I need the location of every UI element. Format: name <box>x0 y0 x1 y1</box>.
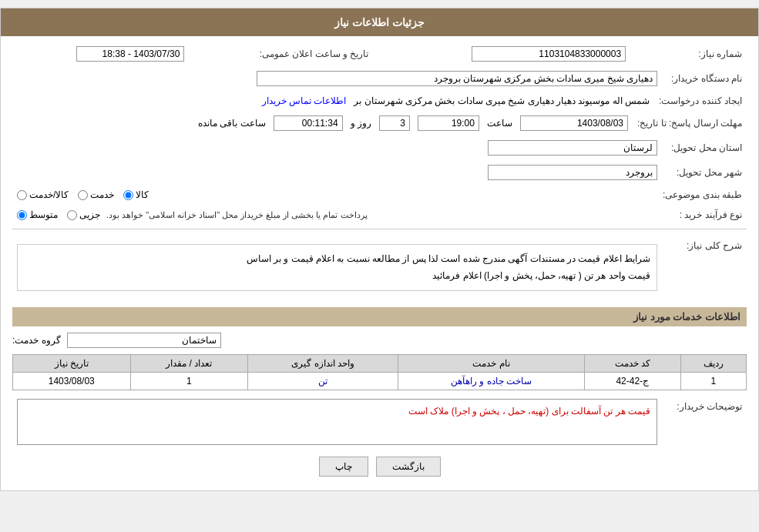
roz-o-label: روز و <box>351 118 371 129</box>
col-vahed: واحد اندازه گیری <box>247 355 398 373</box>
tabaqe-kala-radio[interactable] <box>123 190 133 200</box>
sharh-kolli-box: شرایط اعلام قیمت در مستندات آگهی مندرج ش… <box>17 244 657 291</box>
tawzih-value: قیمت هر تن آسفالت برای (تهیه، حمل ، پخش … <box>12 396 662 447</box>
col-radif: ردیف <box>680 355 746 373</box>
info-section-1: شماره نیاز: تاریخ و ساعت اعلان عمومی: <box>12 44 747 64</box>
tarikh-label: تاریخ و ساعت اعلان عمومی: <box>189 44 384 64</box>
tarikh-value <box>12 44 189 64</box>
mohlat-remaining-input[interactable] <box>274 115 343 131</box>
info-section-5: استان محل تحویل: <box>12 138 747 158</box>
tabaqe-kala-khidmat-label: کالا/خدمت <box>29 189 69 200</box>
khadamat-section-header: اطلاعات خدمات مورد نیاز <box>12 307 747 326</box>
ijad-konande-value: شمس اله موسیوند دهیار دهیاری شیخ میری سا… <box>12 93 654 109</box>
page-wrapper: جزئیات اطلاعات نیاز شماره نیاز: تاریخ و … <box>0 8 759 491</box>
col-nam: نام خدمت <box>398 355 584 373</box>
mohlat-label: مهلت ارسال پاسخ: تا تاریخ: <box>633 113 747 133</box>
tabaqe-khidmat-radio[interactable] <box>78 190 88 200</box>
cell-radif: 1 <box>680 373 746 390</box>
tabaqe-radio-group: کالا/خدمت خدمت کالا <box>17 189 653 200</box>
noe-motevaset-label: متوسط <box>29 209 58 220</box>
tabaqe-khidmat[interactable]: خدمت <box>78 189 114 200</box>
shahr-label: شهر محل تحویل: <box>662 162 747 182</box>
page-title: جزئیات اطلاعات نیاز <box>334 16 425 28</box>
gorohe-khadamat-label: گروه خدمت: <box>12 335 61 346</box>
gorohe-khadamat-input[interactable] <box>67 333 221 348</box>
noe-jozi[interactable]: جزیی <box>67 209 100 220</box>
tawzih-section: توضیحات خریدار: قیمت هر تن آسفالت برای (… <box>12 396 747 447</box>
content-area: شماره نیاز: تاریخ و ساعت اعلان عمومی: نا… <box>1 36 758 490</box>
ostan-label: استان محل تحویل: <box>662 138 747 158</box>
ostan-input[interactable] <box>488 140 657 156</box>
noe-farayand-options: متوسط جزیی پرداخت تمام یا بخشی از مبلغ خ… <box>12 207 662 223</box>
info-section-6: شهر محل تحویل: <box>12 162 747 182</box>
tawzih-box: قیمت هر تن آسفالت برای (تهیه، حمل ، پخش … <box>17 399 657 445</box>
divider-1 <box>12 229 747 229</box>
cell-kod: ج-42-42 <box>584 373 680 390</box>
mohlat-days-input[interactable] <box>379 115 410 131</box>
info-section-7: طبقه بندی موضوعی: کالا/خدمت خدمت کالا <box>12 187 747 202</box>
ostan-value <box>12 138 662 158</box>
page-header: جزئیات اطلاعات نیاز <box>1 8 758 36</box>
nam-dastgah-input[interactable] <box>257 71 657 86</box>
noe-motevaset-radio[interactable] <box>17 210 27 220</box>
col-tarikh: تاریخ نیاز <box>13 355 131 373</box>
noe-farayand-note: پرداخت تمام یا بخشی از مبلغ خریداز محل "… <box>106 210 368 220</box>
tarikh-input[interactable] <box>76 46 184 62</box>
sharh-kolli-label: شرح کلی نیاز: <box>662 236 747 299</box>
tabaqe-kala-khidmat[interactable]: کالا/خدمت <box>17 189 69 200</box>
gorohe-khadamat-row: گروه خدمت: <box>12 333 747 348</box>
shmareh-niaz-label: شماره نیاز: <box>630 44 747 64</box>
cell-tedad: 1 <box>130 373 247 390</box>
tawzih-text: قیمت هر تن آسفالت برای (تهیه، حمل ، پخش … <box>408 406 650 417</box>
tabaqe-kala[interactable]: کالا <box>123 189 149 200</box>
mohlat-date-input[interactable] <box>520 115 628 131</box>
noe-farayand-label: نوع فرآیند خرید : <box>662 207 747 223</box>
tabaqe-label: طبقه بندی موضوعی: <box>658 187 747 202</box>
etelaat-tamas-link[interactable]: اطلاعات تماس خریدار <box>262 95 347 106</box>
info-section-4: مهلت ارسال پاسخ: تا تاریخ: ساعت روز و سا… <box>12 113 747 133</box>
noe-jozi-radio[interactable] <box>67 210 77 220</box>
cell-nam: ساخت جاده و راهآهن <box>398 373 584 390</box>
ijad-konande-text: شمس اله موسیوند دهیار دهیاری شیخ میری سا… <box>354 95 650 106</box>
tabaqe-kala-label: کالا <box>136 189 149 200</box>
cell-tarikh: 1403/08/03 <box>13 373 131 390</box>
info-section-2: نام دستگاه خریدار: <box>12 69 747 89</box>
print-button[interactable]: چاپ <box>319 457 368 477</box>
button-row: چاپ بازگشت <box>12 457 747 477</box>
info-section-3: ایجاد کننده درخواست: شمس اله موسیوند دهی… <box>12 93 747 109</box>
tabaqe-options: کالا/خدمت خدمت کالا <box>12 187 658 202</box>
nam-dastgah-label: نام دستگاه خریدار: <box>662 69 747 89</box>
sharh-kolli-value: شرایط اعلام قیمت در مستندات آگهی مندرج ش… <box>12 236 662 299</box>
noe-motevaset[interactable]: متوسط <box>17 209 58 220</box>
mohlat-values: ساعت روز و ساعت باقی مانده <box>12 113 633 133</box>
sharh-kolli-text2: قیمت واحد هر تن ( تهیه، حمل، پخش و اجرا)… <box>24 268 650 285</box>
sharh-kolli-section: شرح کلی نیاز: شرایط اعلام قیمت در مستندا… <box>12 236 747 299</box>
services-table: ردیف کد خدمت نام خدمت واحد اندازه گیری ت… <box>12 354 747 390</box>
col-kod: کد خدمت <box>584 355 680 373</box>
back-button[interactable]: بازگشت <box>376 457 441 477</box>
info-section-8: نوع فرآیند خرید : متوسط جزیی <box>12 207 747 223</box>
cell-vahed: تن <box>247 373 398 390</box>
sharh-kolli-text1: شرایط اعلام قیمت در مستندات آگهی مندرج ش… <box>24 251 650 268</box>
shmareh-niaz-input[interactable] <box>472 46 626 62</box>
col-tedad: تعداد / مقدار <box>130 355 247 373</box>
shahr-value <box>12 162 662 182</box>
ijad-konande-label: ایجاد کننده درخواست: <box>654 93 747 109</box>
shmareh-niaz-value <box>384 44 630 64</box>
tabaqe-kala-khidmat-radio[interactable] <box>17 190 27 200</box>
saaat-label: ساعت <box>487 118 512 129</box>
table-row: 1 ج-42-42 ساخت جاده و راهآهن تن 1 1403/0… <box>13 373 747 390</box>
tabaqe-khidmat-label: خدمت <box>90 189 114 200</box>
remaining-label: ساعت باقی مانده <box>198 118 266 129</box>
tawzih-label: توضیحات خریدار: <box>662 396 747 447</box>
noe-jozi-label: جزیی <box>79 209 100 220</box>
nam-dastgah-value <box>12 69 662 89</box>
mohlat-time-input[interactable] <box>418 115 479 131</box>
noe-farayand-radio-group: متوسط جزیی <box>17 209 100 220</box>
shahr-input[interactable] <box>488 165 657 180</box>
